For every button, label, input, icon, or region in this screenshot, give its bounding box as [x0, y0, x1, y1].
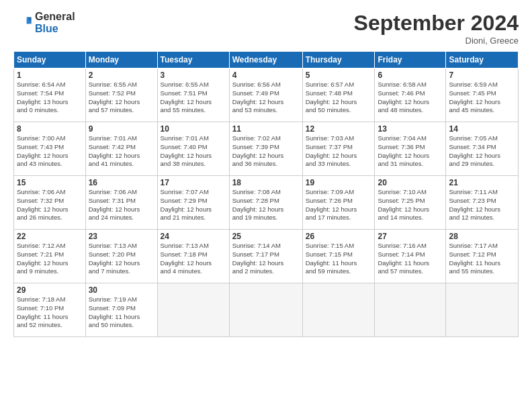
day-cell: 24Sunrise: 7:13 AM Sunset: 7:18 PM Dayli… — [157, 230, 229, 283]
logo-general: General — [35, 11, 75, 23]
day-info: Sunrise: 6:57 AM Sunset: 7:48 PM Dayligh… — [306, 81, 372, 115]
day-number: 22 — [17, 232, 83, 241]
day-number: 11 — [232, 124, 300, 134]
day-cell: 27Sunrise: 7:16 AM Sunset: 7:14 PM Dayli… — [375, 230, 446, 283]
day-number: 7 — [449, 71, 515, 80]
day-number: 18 — [232, 178, 300, 187]
logo-icon — [13, 13, 32, 32]
day-info: Sunrise: 7:11 AM Sunset: 7:23 PM Dayligh… — [449, 188, 515, 222]
day-cell: 16Sunrise: 7:06 AM Sunset: 7:31 PM Dayli… — [85, 176, 157, 230]
day-cell: 28Sunrise: 7:17 AM Sunset: 7:12 PM Dayli… — [446, 230, 519, 283]
day-info: Sunrise: 7:03 AM Sunset: 7:37 PM Dayligh… — [306, 134, 372, 169]
day-cell: 25Sunrise: 7:14 AM Sunset: 7:17 PM Dayli… — [229, 230, 302, 283]
day-cell: 4Sunrise: 6:56 AM Sunset: 7:49 PM Daylig… — [229, 68, 302, 122]
day-cell: 15Sunrise: 7:06 AM Sunset: 7:32 PM Dayli… — [14, 176, 86, 230]
day-number: 4 — [232, 71, 300, 80]
logo-blue: Blue — [35, 23, 75, 35]
calendar-table: SundayMondayTuesdayWednesdayThursdayFrid… — [13, 51, 519, 337]
day-info: Sunrise: 7:10 AM Sunset: 7:25 PM Dayligh… — [378, 188, 443, 222]
day-info: Sunrise: 7:13 AM Sunset: 7:20 PM Dayligh… — [89, 242, 154, 276]
day-info: Sunrise: 6:56 AM Sunset: 7:49 PM Dayligh… — [232, 81, 300, 115]
day-info: Sunrise: 7:19 AM Sunset: 7:09 PM Dayligh… — [89, 295, 154, 330]
day-info: Sunrise: 6:55 AM Sunset: 7:51 PM Dayligh… — [161, 81, 226, 115]
day-info: Sunrise: 7:01 AM Sunset: 7:42 PM Dayligh… — [89, 134, 154, 169]
logo: General Blue — [13, 11, 75, 34]
day-cell: 14Sunrise: 7:05 AM Sunset: 7:34 PM Dayli… — [446, 122, 519, 176]
day-cell: 7Sunrise: 6:59 AM Sunset: 7:45 PM Daylig… — [446, 68, 519, 122]
day-cell: 10Sunrise: 7:01 AM Sunset: 7:40 PM Dayli… — [157, 122, 229, 176]
day-cell: 19Sunrise: 7:09 AM Sunset: 7:26 PM Dayli… — [302, 176, 375, 230]
day-number: 23 — [89, 232, 154, 241]
day-cell — [229, 283, 302, 337]
day-info: Sunrise: 7:06 AM Sunset: 7:31 PM Dayligh… — [89, 188, 154, 222]
day-info: Sunrise: 7:08 AM Sunset: 7:28 PM Dayligh… — [232, 188, 300, 222]
day-number: 16 — [89, 178, 154, 187]
day-number: 8 — [17, 124, 83, 134]
day-number: 3 — [161, 71, 226, 80]
day-cell: 8Sunrise: 7:00 AM Sunset: 7:43 PM Daylig… — [14, 122, 86, 176]
day-cell: 22Sunrise: 7:12 AM Sunset: 7:21 PM Dayli… — [14, 230, 86, 283]
col-header-sunday: Sunday — [14, 52, 86, 68]
calendar-header-row: SundayMondayTuesdayWednesdayThursdayFrid… — [14, 52, 519, 68]
week-row-1: 1Sunrise: 6:54 AM Sunset: 7:54 PM Daylig… — [14, 68, 519, 122]
day-info: Sunrise: 7:06 AM Sunset: 7:32 PM Dayligh… — [17, 188, 83, 222]
day-number: 9 — [89, 124, 154, 134]
col-header-thursday: Thursday — [302, 52, 375, 68]
col-header-wednesday: Wednesday — [229, 52, 302, 68]
day-info: Sunrise: 7:16 AM Sunset: 7:14 PM Dayligh… — [378, 242, 443, 276]
col-header-monday: Monday — [85, 52, 157, 68]
day-info: Sunrise: 7:05 AM Sunset: 7:34 PM Dayligh… — [449, 134, 515, 169]
day-number: 29 — [17, 285, 83, 295]
day-cell: 18Sunrise: 7:08 AM Sunset: 7:28 PM Dayli… — [229, 176, 302, 230]
day-number: 6 — [378, 71, 443, 80]
day-number: 27 — [378, 232, 443, 241]
day-cell: 6Sunrise: 6:58 AM Sunset: 7:46 PM Daylig… — [375, 68, 446, 122]
logo-text: General Blue — [35, 11, 75, 34]
day-info: Sunrise: 7:01 AM Sunset: 7:40 PM Dayligh… — [161, 134, 226, 169]
day-number: 5 — [306, 71, 372, 80]
day-cell: 9Sunrise: 7:01 AM Sunset: 7:42 PM Daylig… — [85, 122, 157, 176]
day-info: Sunrise: 7:14 AM Sunset: 7:17 PM Dayligh… — [232, 242, 300, 276]
day-cell — [157, 283, 229, 337]
day-number: 24 — [161, 232, 226, 241]
day-number: 17 — [161, 178, 226, 187]
week-row-5: 29Sunrise: 7:18 AM Sunset: 7:10 PM Dayli… — [14, 283, 519, 337]
day-info: Sunrise: 7:13 AM Sunset: 7:18 PM Dayligh… — [161, 242, 226, 276]
day-cell: 30Sunrise: 7:19 AM Sunset: 7:09 PM Dayli… — [85, 283, 157, 337]
day-info: Sunrise: 7:07 AM Sunset: 7:29 PM Dayligh… — [161, 188, 226, 222]
day-cell: 5Sunrise: 6:57 AM Sunset: 7:48 PM Daylig… — [302, 68, 375, 122]
day-info: Sunrise: 7:09 AM Sunset: 7:26 PM Dayligh… — [306, 188, 372, 222]
day-number: 30 — [89, 285, 154, 295]
day-number: 14 — [449, 124, 515, 134]
day-info: Sunrise: 7:02 AM Sunset: 7:39 PM Dayligh… — [232, 134, 300, 169]
day-info: Sunrise: 6:54 AM Sunset: 7:54 PM Dayligh… — [17, 81, 83, 115]
day-info: Sunrise: 6:59 AM Sunset: 7:45 PM Dayligh… — [449, 81, 515, 115]
week-row-3: 15Sunrise: 7:06 AM Sunset: 7:32 PM Dayli… — [14, 176, 519, 230]
day-cell — [446, 283, 519, 337]
day-cell: 3Sunrise: 6:55 AM Sunset: 7:51 PM Daylig… — [157, 68, 229, 122]
week-row-4: 22Sunrise: 7:12 AM Sunset: 7:21 PM Dayli… — [14, 230, 519, 283]
day-number: 19 — [306, 178, 372, 187]
day-cell: 21Sunrise: 7:11 AM Sunset: 7:23 PM Dayli… — [446, 176, 519, 230]
col-header-saturday: Saturday — [446, 52, 519, 68]
day-number: 13 — [378, 124, 443, 134]
day-cell: 11Sunrise: 7:02 AM Sunset: 7:39 PM Dayli… — [229, 122, 302, 176]
day-info: Sunrise: 6:55 AM Sunset: 7:52 PM Dayligh… — [89, 81, 154, 115]
day-number: 15 — [17, 178, 83, 187]
day-number: 26 — [306, 232, 372, 241]
day-info: Sunrise: 7:04 AM Sunset: 7:36 PM Dayligh… — [378, 134, 443, 169]
day-cell: 20Sunrise: 7:10 AM Sunset: 7:25 PM Dayli… — [375, 176, 446, 230]
header: General Blue September 2024 Dioni, Greec… — [13, 11, 519, 46]
month-title: September 2024 — [354, 11, 519, 36]
day-number: 10 — [161, 124, 226, 134]
day-number: 21 — [449, 178, 515, 187]
day-cell: 17Sunrise: 7:07 AM Sunset: 7:29 PM Dayli… — [157, 176, 229, 230]
day-info: Sunrise: 6:58 AM Sunset: 7:46 PM Dayligh… — [378, 81, 443, 115]
day-info: Sunrise: 7:12 AM Sunset: 7:21 PM Dayligh… — [17, 242, 83, 276]
day-number: 20 — [378, 178, 443, 187]
day-cell: 29Sunrise: 7:18 AM Sunset: 7:10 PM Dayli… — [14, 283, 86, 337]
day-info: Sunrise: 7:00 AM Sunset: 7:43 PM Dayligh… — [17, 134, 83, 169]
location: Dioni, Greece — [354, 36, 519, 46]
day-cell: 2Sunrise: 6:55 AM Sunset: 7:52 PM Daylig… — [85, 68, 157, 122]
day-cell: 12Sunrise: 7:03 AM Sunset: 7:37 PM Dayli… — [302, 122, 375, 176]
